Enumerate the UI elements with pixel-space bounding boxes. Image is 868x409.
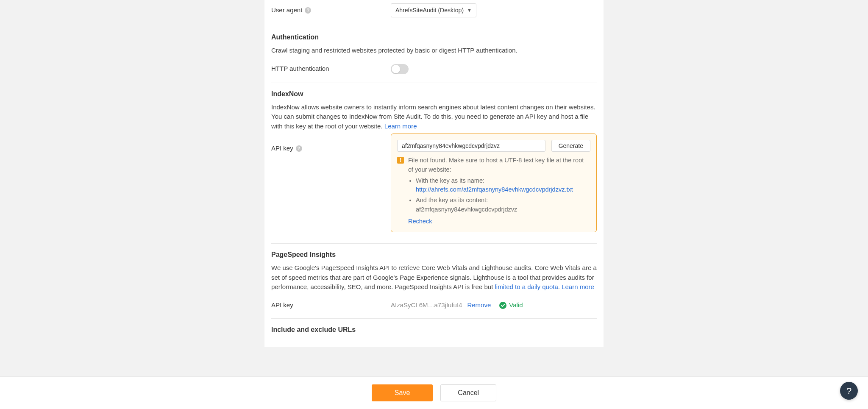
indexnow-desc: IndexNow allows website owners to instan… [271, 103, 597, 131]
cancel-button[interactable]: Cancel [440, 384, 496, 393]
user-agent-label: User agent [271, 6, 302, 15]
pagespeed-api-label: API key [271, 300, 293, 310]
recheck-link[interactable]: Recheck [408, 218, 432, 225]
generate-button[interactable]: Generate [551, 140, 590, 152]
indexnow-api-input[interactable] [397, 140, 545, 152]
indexnow-key-file-link[interactable]: http://ahrefs.com/af2mfqasnyny84evhkwgcd… [416, 186, 573, 193]
pagespeed-desc: We use Google's PageSpeed Insights API t… [271, 263, 597, 292]
toggle-knob [392, 65, 400, 73]
indexnow-heading: IndexNow [271, 89, 597, 99]
help-icon[interactable]: ? [305, 7, 311, 14]
indexnow-warning-box: Generate ! File not found. Make sure to … [391, 134, 597, 232]
indexnow-learn-more-link[interactable]: Learn more [384, 122, 417, 130]
remove-link[interactable]: Remove [467, 300, 491, 310]
authentication-desc: Crawl staging and restricted websites pr… [271, 46, 597, 56]
check-icon [499, 302, 506, 309]
divider [271, 243, 597, 244]
http-auth-toggle[interactable] [391, 64, 409, 74]
save-button[interactable]: Save [372, 384, 433, 393]
indexnow-api-label: API key [271, 144, 293, 153]
authentication-heading: Authentication [271, 32, 597, 42]
help-icon[interactable]: ? [296, 145, 302, 152]
http-auth-label: HTTP authentication [271, 64, 329, 74]
pagespeed-api-value: AIzaSyCL6M…a73jIufuI4 [391, 300, 462, 310]
divider [271, 318, 597, 319]
quota-link[interactable]: limited to a daily quota [495, 283, 558, 290]
indexnow-error-text: File not found. Make sure to host a UTF-… [408, 156, 590, 226]
chevron-down-icon: ▼ [467, 7, 472, 14]
user-agent-select[interactable]: AhrefsSiteAudit (Desktop) ▼ [391, 3, 476, 17]
divider [271, 26, 597, 26]
user-agent-value: AhrefsSiteAudit (Desktop) [395, 6, 464, 15]
warning-icon: ! [397, 157, 404, 164]
footer-bar: Save Cancel [0, 376, 868, 393]
valid-status: Valid [499, 300, 523, 310]
pagespeed-learn-more-link[interactable]: Learn more [562, 283, 594, 290]
divider [271, 83, 597, 83]
pagespeed-heading: PageSpeed Insights [271, 250, 597, 260]
include-exclude-heading: Include and exclude URLs [271, 325, 597, 335]
